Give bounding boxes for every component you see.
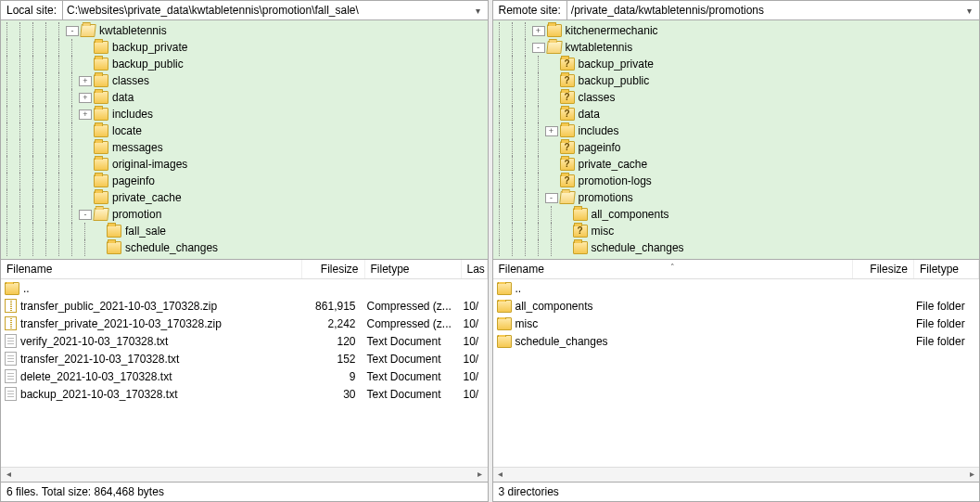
col-filename[interactable]: Filename	[1, 260, 302, 278]
scrollbar[interactable]: ◂ ▸	[1, 467, 488, 482]
list-row[interactable]: schedule_changesFile folder	[493, 332, 980, 350]
tree-item[interactable]: +backup_public	[1, 56, 488, 72]
tree-item[interactable]: +includes	[1, 106, 488, 122]
local-site-label: Local site:	[1, 1, 63, 19]
file-size: 9	[304, 370, 362, 383]
remote-tree[interactable]: +kitchenermechanic-kwtabletennis+?backup…	[493, 20, 980, 260]
tree-item[interactable]: +original-images	[1, 156, 488, 173]
tree-item[interactable]: +pageinfo	[1, 173, 488, 189]
tree-item[interactable]: +?data	[493, 106, 980, 122]
file-size: 861,915	[304, 300, 362, 313]
tree-item-label: backup_public	[579, 74, 650, 87]
tree-item[interactable]: +backup_private	[1, 39, 488, 56]
tree-item[interactable]: -kwtabletennis	[1, 22, 488, 39]
file-text-icon	[5, 352, 17, 366]
expand-icon[interactable]: +	[532, 26, 545, 36]
tree-item[interactable]: +?promotion-logs	[493, 173, 980, 189]
list-row[interactable]: transfer_public_2021-10-03_170328.zip861…	[1, 297, 488, 315]
file-type: Text Document	[362, 388, 458, 401]
list-row[interactable]: transfer_2021-10-03_170328.txt152Text Do…	[1, 350, 488, 367]
scroll-right-icon[interactable]: ▸	[473, 468, 488, 482]
file-type: File folder	[910, 317, 975, 330]
list-row[interactable]: ..	[493, 279, 980, 297]
tree-item[interactable]: +messages	[1, 139, 488, 156]
col-filesize[interactable]: Filesize	[853, 260, 914, 278]
list-row[interactable]: transfer_private_2021-10-03_170328.zip2,…	[1, 315, 488, 332]
tree-item[interactable]: +?backup_public	[493, 72, 980, 89]
tree-item-label: private_cache	[579, 158, 648, 171]
scroll-left-icon[interactable]: ◂	[1, 468, 16, 482]
tree-item[interactable]: +?misc	[493, 223, 980, 239]
tree-item[interactable]: +locate	[1, 122, 488, 139]
tree-item-label: promotion-logs	[579, 174, 652, 187]
tree-item[interactable]: +schedule_changes	[1, 239, 488, 256]
tree-item[interactable]: +private_cache	[1, 189, 488, 206]
collapse-icon[interactable]: -	[66, 26, 79, 36]
folder-icon	[94, 58, 108, 71]
tree-item[interactable]: +?private_cache	[493, 156, 980, 173]
file-text-icon	[5, 387, 17, 401]
remote-site-label: Remote site:	[493, 1, 567, 19]
tree-item[interactable]: +includes	[493, 122, 980, 139]
file-zip-icon	[5, 299, 17, 313]
local-list-body[interactable]: ..transfer_public_2021-10-03_170328.zip8…	[1, 279, 488, 467]
col-filetype[interactable]: Filetype	[914, 260, 979, 278]
tree-item[interactable]: -promotions	[493, 189, 980, 206]
tree-item[interactable]: +classes	[1, 72, 488, 89]
list-row[interactable]: backup_2021-10-03_170328.txt30Text Docum…	[1, 385, 488, 403]
file-name: misc	[515, 317, 539, 330]
list-row[interactable]: delete_2021-10-03_170328.txt9Text Docume…	[1, 367, 488, 385]
remote-path-select[interactable]: /private_data/kwtabletennis/promotions ▾	[567, 2, 979, 19]
tree-item[interactable]: +fall_sale	[1, 223, 488, 239]
tree-item[interactable]: +kitchenermechanic	[493, 22, 980, 39]
tree-item[interactable]: +data	[1, 89, 488, 106]
tree-item-label: data	[579, 108, 600, 121]
chevron-down-icon[interactable]: ▾	[472, 6, 484, 16]
tree-item-label: promotion	[112, 208, 161, 221]
local-list: Filename Filesize Filetype Las ..transfe…	[1, 260, 488, 482]
folder-unknown-icon: ?	[560, 174, 575, 187]
collapse-icon[interactable]: -	[545, 193, 558, 203]
local-list-header[interactable]: Filename Filesize Filetype Las	[1, 260, 488, 279]
col-filetype[interactable]: Filetype	[365, 260, 462, 278]
tree-item[interactable]: -kwtabletennis	[493, 39, 980, 56]
tree-item[interactable]: +?classes	[493, 89, 980, 106]
scroll-left-icon[interactable]: ◂	[493, 468, 508, 482]
collapse-icon[interactable]: -	[532, 43, 545, 53]
file-zip-icon	[5, 316, 17, 330]
col-filename[interactable]: Filename ˄	[493, 260, 854, 278]
tree-item[interactable]: +schedule_changes	[493, 239, 980, 256]
folder-icon	[94, 124, 108, 137]
tree-item[interactable]: +all_components	[493, 206, 980, 223]
file-name: transfer_public_2021-10-03_170328.zip	[20, 300, 217, 313]
list-row[interactable]: miscFile folder	[493, 315, 980, 332]
col-modified[interactable]: Las	[462, 260, 488, 278]
folder-icon	[573, 208, 588, 221]
expand-icon[interactable]: +	[79, 93, 92, 103]
tree-item-label: kwtabletennis	[566, 41, 633, 54]
remote-list-header[interactable]: Filename ˄ Filesize Filetype	[493, 260, 980, 279]
expand-icon[interactable]: +	[79, 76, 92, 86]
folder-icon	[497, 317, 512, 330]
tree-item[interactable]: -promotion	[1, 206, 488, 223]
expand-icon[interactable]: +	[545, 126, 558, 136]
col-filesize[interactable]: Filesize	[302, 260, 365, 278]
local-path-select[interactable]: C:\websites\private_data\kwtabletennis\p…	[63, 2, 487, 19]
scroll-right-icon[interactable]: ▸	[964, 468, 979, 482]
list-row[interactable]: verify_2021-10-03_170328.txt120Text Docu…	[1, 332, 488, 350]
collapse-icon[interactable]: -	[79, 210, 92, 220]
remote-list-body[interactable]: ..all_componentsFile foldermiscFile fold…	[493, 279, 980, 467]
scrollbar[interactable]: ◂ ▸	[493, 467, 980, 482]
chevron-down-icon[interactable]: ▾	[963, 6, 975, 16]
list-row[interactable]: all_componentsFile folder	[493, 297, 980, 315]
folder-icon	[547, 24, 562, 37]
tree-item-label: original-images	[112, 158, 187, 171]
local-tree[interactable]: -kwtabletennis+backup_private+backup_pub…	[1, 20, 488, 260]
tree-item-label: promotions	[579, 191, 633, 204]
expand-icon[interactable]: +	[79, 109, 92, 120]
tree-item[interactable]: +?pageinfo	[493, 139, 980, 156]
file-name: verify_2021-10-03_170328.txt	[20, 335, 168, 348]
list-row[interactable]: ..	[1, 279, 488, 297]
file-type: Text Document	[362, 335, 458, 348]
tree-item[interactable]: +?backup_private	[493, 56, 980, 72]
